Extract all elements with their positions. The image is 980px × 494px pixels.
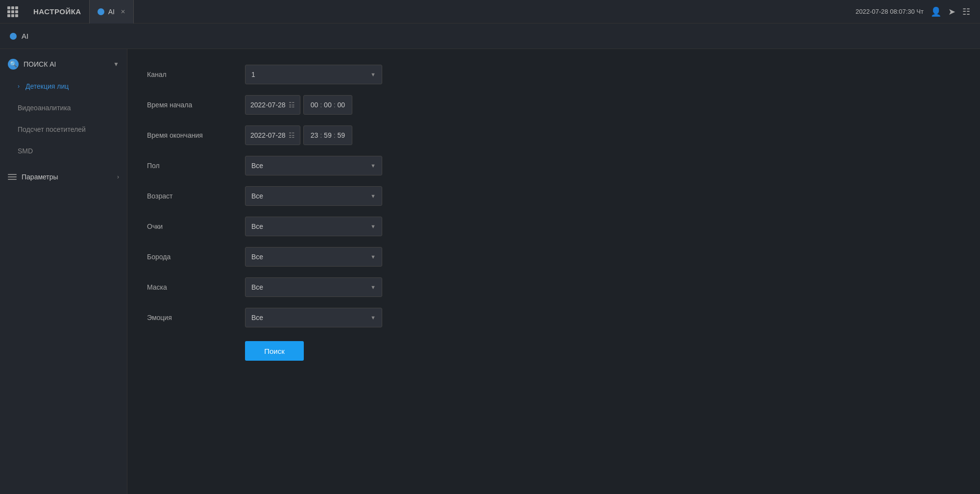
beard-arrow-icon: ▼ [370,254,376,260]
sidebar-item-smd[interactable]: SMD [0,140,127,162]
beard-value: Все [251,253,370,261]
emotion-select[interactable]: Все ▼ [245,308,382,327]
start-time-label: Время начала [147,101,245,109]
end-date-value: 2022-07-28 [250,131,286,139]
glasses-label: Очки [147,222,245,230]
sidebar: 🔍 ПОИСК AI ▼ › Детекция лиц Видеоаналити… [0,49,127,494]
end-time-picker[interactable]: 23 : 59 : 59 [303,125,353,145]
age-row: Возраст Все ▼ [147,185,960,207]
age-arrow-icon: ▼ [370,193,376,199]
gender-row: Пол Все ▼ [147,155,960,176]
mask-label: Маска [147,283,245,291]
end-date-picker[interactable]: 2022-07-28 ☷ [245,125,300,145]
tab-dot [98,8,104,15]
visitor-count-label: Подсчет посетителей [18,125,86,133]
channel-control: 1 ▼ [245,65,382,84]
topbar-right: 2022-07-28 08:07:30 Чт 👤 ➤ ☷ [856,6,980,17]
beard-label: Борода [147,253,245,261]
age-control: Все ▼ [245,186,382,206]
channel-select[interactable]: 1 ▼ [245,65,382,84]
end-time-control: 2022-07-28 ☷ 23 : 59 : 59 [245,125,352,145]
start-date-picker[interactable]: 2022-07-28 ☷ [245,95,300,115]
start-second: 00 [338,101,345,109]
page-header-title: AI [22,32,28,40]
list-icon [8,174,17,180]
sidebar-item-visitor-count[interactable]: Подсчет посетителей [0,119,127,140]
glasses-row: Очки Все ▼ [147,216,960,237]
page-header-dot [10,33,17,40]
search-row: Поиск [147,337,960,361]
glasses-control: Все ▼ [245,217,382,236]
age-label: Возраст [147,192,245,200]
search-button[interactable]: Поиск [245,341,304,361]
emotion-arrow-icon: ▼ [370,315,376,321]
start-minute: 00 [324,101,332,109]
time-sep-4: : [334,131,336,139]
chevron-down-icon: ▼ [113,61,119,68]
channel-label: Канал [147,71,245,78]
mask-select[interactable]: Все ▼ [245,277,382,297]
ai-tab[interactable]: AI ✕ [89,0,134,24]
tab-close-icon[interactable]: ✕ [121,8,125,15]
mask-arrow-icon: ▼ [370,284,376,290]
sidebar-params[interactable]: Параметры › [0,166,127,188]
gender-label: Пол [147,162,245,170]
mask-control: Все ▼ [245,277,382,297]
grid-icon [7,6,18,17]
glasses-select[interactable]: Все ▼ [245,217,382,236]
time-sep-2: : [334,101,336,109]
end-time-row: Время окончания 2022-07-28 ☷ 23 : 59 : 5… [147,124,960,146]
end-second: 59 [338,131,345,139]
start-hour: 00 [311,101,318,109]
glasses-value: Все [251,222,370,230]
beard-control: Все ▼ [245,247,382,267]
params-chevron-icon: › [117,173,119,180]
gender-arrow-icon: ▼ [370,163,376,169]
time-sep-1: : [320,101,322,109]
face-detection-label: Детекция лиц [25,82,69,90]
mask-row: Маска Все ▼ [147,276,960,298]
start-time-picker[interactable]: 00 : 00 : 00 [303,95,353,115]
time-sep-3: : [320,131,322,139]
channel-row: Канал 1 ▼ [147,64,960,85]
calendar-icon: ☷ [289,101,295,109]
gender-value: Все [251,162,370,170]
emotion-control: Все ▼ [245,308,382,327]
sidebar-item-face-detection[interactable]: › Детекция лиц [0,75,127,97]
user-icon[interactable]: 👤 [931,6,941,17]
sidebar-item-video-analytics[interactable]: Видеоаналитика [0,97,127,119]
menu-button[interactable] [0,0,25,24]
sidebar-search-ai[interactable]: 🔍 ПОИСК AI ▼ [0,53,127,75]
mask-value: Все [251,283,370,291]
datetime-display: 2022-07-28 08:07:30 Чт [856,8,924,15]
app-title: НАСТРОЙКА [25,0,89,24]
search-ai-label: ПОИСК AI [24,60,56,68]
start-time-control: 2022-07-28 ☷ 00 : 00 : 00 [245,95,352,115]
end-hour: 23 [311,131,318,139]
qr-icon[interactable]: ☷ [962,6,970,17]
calendar-icon-2: ☷ [289,131,295,139]
emotion-value: Все [251,314,370,321]
beard-select[interactable]: Все ▼ [245,247,382,267]
logout-icon[interactable]: ➤ [948,6,956,17]
params-label: Параметры [22,173,58,181]
start-time-row: Время начала 2022-07-28 ☷ 00 : 00 : 00 [147,94,960,116]
main-layout: 🔍 ПОИСК AI ▼ › Детекция лиц Видеоаналити… [0,49,980,494]
search-ai-icon: 🔍 [8,59,19,70]
smd-label: SMD [18,147,33,155]
gender-control: Все ▼ [245,156,382,175]
topbar: НАСТРОЙКА AI ✕ 2022-07-28 08:07:30 Чт 👤 … [0,0,980,24]
glasses-arrow-icon: ▼ [370,223,376,229]
start-date-value: 2022-07-28 [250,101,286,109]
tab-label: AI [108,8,115,16]
end-minute: 59 [324,131,332,139]
channel-value: 1 [251,71,370,78]
age-select[interactable]: Все ▼ [245,186,382,206]
chevron-right-icon: › [18,83,20,90]
content-area: Канал 1 ▼ Время начала 2022-07-28 ☷ 00 :… [127,49,980,494]
beard-row: Борода Все ▼ [147,246,960,268]
channel-arrow-icon: ▼ [370,72,376,77]
end-time-label: Время окончания [147,131,245,139]
emotion-label: Эмоция [147,314,245,321]
gender-select[interactable]: Все ▼ [245,156,382,175]
